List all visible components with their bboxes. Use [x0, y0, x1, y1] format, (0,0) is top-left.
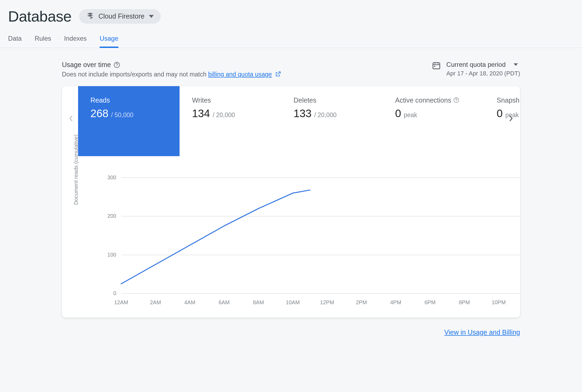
metric-value-row: 268 / 50,000 [90, 107, 167, 120]
metric-suffix: peak [404, 111, 417, 119]
svg-text:2AM: 2AM [150, 299, 161, 305]
usage-card: Reads 268 / 50,000 Writes 134 / 20,000 D… [62, 86, 520, 318]
help-icon[interactable] [453, 97, 459, 103]
external-link-icon [275, 71, 281, 79]
tab-rules[interactable]: Rules [35, 35, 51, 48]
metric-title-text: Active connections [395, 96, 451, 104]
metric-reads[interactable]: Reads 268 / 50,000 [78, 86, 180, 156]
svg-rect-2 [433, 63, 440, 69]
chart: 010020030012AM2AM4AM6AM8AM10AM12PM2PM4PM… [81, 172, 520, 312]
metric-value-row: 134 / 20,000 [192, 107, 269, 120]
usage-title-block: Usage over time Does not include imports… [62, 61, 281, 79]
footer: View in Usage and Billing [0, 318, 582, 336]
svg-text:200: 200 [107, 213, 116, 219]
usage-subtitle-prefix: Does not include imports/exports and may… [62, 71, 208, 78]
chart-ylabel: Document reads (cumulative) [73, 135, 79, 205]
footer-link-text: View in Usage and Billing [444, 328, 520, 336]
database-selector[interactable]: Cloud Firestore [79, 9, 161, 24]
metric-deletes[interactable]: Deletes 133 / 20,000 [281, 86, 383, 156]
svg-point-1 [117, 66, 117, 66]
billing-quota-link[interactable]: billing and quota usage [208, 71, 272, 78]
page-title: Database [8, 8, 72, 25]
svg-text:8AM: 8AM [253, 299, 264, 305]
period-label: Current quota period [446, 61, 506, 68]
help-icon[interactable] [114, 62, 120, 68]
metrics-row: Reads 268 / 50,000 Writes 134 / 20,000 D… [62, 86, 520, 156]
metric-title: Writes [192, 96, 269, 104]
tab-indexes[interactable]: Indexes [64, 35, 87, 48]
period-text: Current quota period Apr 17 - Apr 18, 20… [446, 61, 520, 77]
svg-text:10PM: 10PM [492, 299, 506, 305]
tab-data[interactable]: Data [8, 35, 22, 48]
metric-writes[interactable]: Writes 134 / 20,000 [180, 86, 281, 156]
metric-active-connections[interactable]: Active connections 0 peak [383, 86, 484, 156]
metric-limit: / 50,000 [111, 111, 134, 119]
svg-text:4PM: 4PM [390, 299, 401, 305]
svg-text:6PM: 6PM [425, 299, 436, 305]
svg-text:0: 0 [113, 290, 116, 296]
period-label-row: Current quota period [446, 61, 520, 68]
period-range: Apr 17 - Apr 18, 2020 (PDT) [446, 70, 520, 77]
metric-value: 133 [293, 107, 311, 120]
view-usage-billing-link[interactable]: View in Usage and Billing [444, 328, 520, 336]
billing-quota-link-text: billing and quota usage [208, 71, 272, 78]
svg-text:8PM: 8PM [459, 299, 470, 305]
metric-title: Snapsh [497, 96, 520, 104]
svg-text:12AM: 12AM [114, 299, 128, 305]
firestore-icon [86, 12, 94, 20]
chart-area: Document reads (cumulative) 010020030012… [62, 156, 520, 318]
svg-text:100: 100 [107, 252, 116, 258]
metric-value-row: 133 / 20,000 [293, 107, 370, 120]
metric-value-row: 0 peak [395, 107, 472, 120]
dropdown-caret-icon [514, 61, 518, 68]
svg-text:10AM: 10AM [286, 299, 300, 305]
usage-title: Usage over time [62, 61, 281, 69]
metric-title: Deletes [293, 96, 370, 104]
svg-text:12PM: 12PM [320, 299, 334, 305]
usage-title-text: Usage over time [62, 61, 111, 69]
svg-text:4AM: 4AM [184, 299, 195, 305]
calendar-icon [432, 61, 441, 71]
scroll-left-button[interactable] [66, 113, 76, 124]
dropdown-caret-icon [149, 14, 154, 19]
svg-text:2PM: 2PM [356, 299, 367, 305]
usage-header-row: Usage over time Does not include imports… [62, 61, 520, 79]
metric-limit: / 20,000 [213, 111, 235, 119]
usage-subtitle: Does not include imports/exports and may… [62, 71, 281, 79]
tab-usage[interactable]: Usage [100, 35, 118, 48]
metric-limit: / 20,000 [314, 111, 336, 119]
svg-text:300: 300 [107, 174, 116, 180]
database-selector-label: Cloud Firestore [99, 12, 145, 20]
metric-title: Active connections [395, 96, 472, 104]
svg-rect-3 [434, 66, 435, 67]
svg-text:6AM: 6AM [219, 299, 230, 305]
metric-title: Reads [90, 96, 167, 104]
header: Database Cloud Firestore [0, 0, 582, 25]
metric-value: 0 [395, 107, 401, 120]
scroll-right-button[interactable] [506, 113, 516, 124]
metric-value: 268 [90, 107, 108, 120]
tabs: Data Rules Indexes Usage [0, 25, 582, 48]
metric-value: 134 [192, 107, 210, 120]
metric-value: 0 [497, 107, 503, 120]
period-selector[interactable]: Current quota period Apr 17 - Apr 18, 20… [432, 61, 520, 77]
svg-point-5 [456, 102, 456, 102]
content: Usage over time Does not include imports… [0, 48, 582, 318]
